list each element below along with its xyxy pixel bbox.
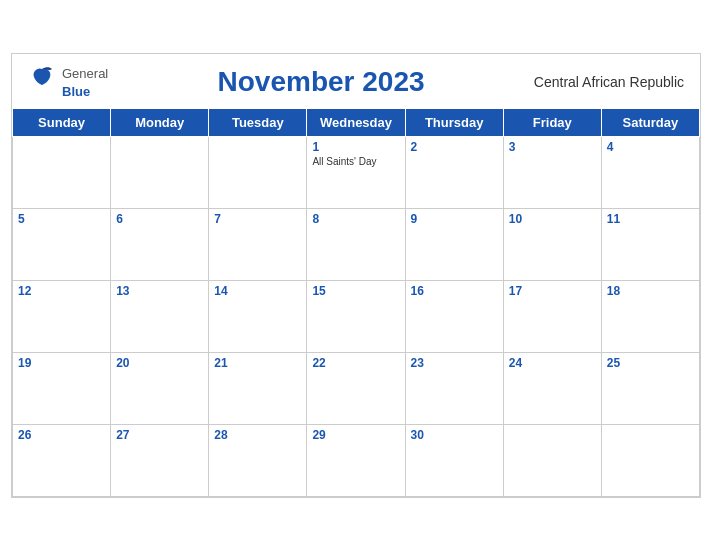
calendar-cell: 19 — [13, 352, 111, 424]
day-number: 15 — [312, 284, 399, 298]
calendar-cell: 11 — [601, 208, 699, 280]
day-number: 12 — [18, 284, 105, 298]
calendar-cell: 23 — [405, 352, 503, 424]
day-number: 14 — [214, 284, 301, 298]
logo-text: General Blue — [62, 64, 108, 100]
calendar-cell: 15 — [307, 280, 405, 352]
day-number: 18 — [607, 284, 694, 298]
calendar-cell: 30 — [405, 424, 503, 496]
calendar-cell: 10 — [503, 208, 601, 280]
calendar-cell: 7 — [209, 208, 307, 280]
calendar-table: Sunday Monday Tuesday Wednesday Thursday… — [12, 108, 700, 497]
calendar-cell: 6 — [111, 208, 209, 280]
calendar-cell: 16 — [405, 280, 503, 352]
calendar-container: General Blue November 2023 Central Afric… — [11, 53, 701, 498]
day-number: 3 — [509, 140, 596, 154]
day-number: 2 — [411, 140, 498, 154]
day-number: 23 — [411, 356, 498, 370]
calendar-week-row: 19202122232425 — [13, 352, 700, 424]
day-number: 7 — [214, 212, 301, 226]
month-title: November 2023 — [108, 66, 534, 98]
day-number: 19 — [18, 356, 105, 370]
calendar-week-row: 567891011 — [13, 208, 700, 280]
header-tuesday: Tuesday — [209, 108, 307, 136]
day-number: 1 — [312, 140, 399, 154]
calendar-cell: 17 — [503, 280, 601, 352]
day-number: 10 — [509, 212, 596, 226]
day-number: 11 — [607, 212, 694, 226]
calendar-cell: 24 — [503, 352, 601, 424]
day-number: 25 — [607, 356, 694, 370]
day-number: 21 — [214, 356, 301, 370]
calendar-cell — [209, 136, 307, 208]
day-number: 24 — [509, 356, 596, 370]
day-number: 29 — [312, 428, 399, 442]
calendar-cell: 9 — [405, 208, 503, 280]
header-saturday: Saturday — [601, 108, 699, 136]
day-number: 4 — [607, 140, 694, 154]
calendar-cell: 12 — [13, 280, 111, 352]
calendar-week-row: 1All Saints' Day234 — [13, 136, 700, 208]
logo-area: General Blue — [28, 64, 108, 100]
calendar-cell: 20 — [111, 352, 209, 424]
header-monday: Monday — [111, 108, 209, 136]
header-thursday: Thursday — [405, 108, 503, 136]
header-friday: Friday — [503, 108, 601, 136]
weekday-header-row: Sunday Monday Tuesday Wednesday Thursday… — [13, 108, 700, 136]
day-number: 6 — [116, 212, 203, 226]
calendar-cell: 8 — [307, 208, 405, 280]
header-wednesday: Wednesday — [307, 108, 405, 136]
calendar-cell: 18 — [601, 280, 699, 352]
calendar-cell: 25 — [601, 352, 699, 424]
calendar-cell — [503, 424, 601, 496]
day-number: 13 — [116, 284, 203, 298]
calendar-cell: 28 — [209, 424, 307, 496]
day-number: 26 — [18, 428, 105, 442]
calendar-cell: 4 — [601, 136, 699, 208]
calendar-header: General Blue November 2023 Central Afric… — [12, 54, 700, 108]
calendar-week-row: 2627282930 — [13, 424, 700, 496]
calendar-cell: 1All Saints' Day — [307, 136, 405, 208]
day-number: 8 — [312, 212, 399, 226]
calendar-cell: 22 — [307, 352, 405, 424]
day-number: 27 — [116, 428, 203, 442]
calendar-cell: 3 — [503, 136, 601, 208]
day-number: 17 — [509, 284, 596, 298]
calendar-cell — [111, 136, 209, 208]
calendar-cell: 5 — [13, 208, 111, 280]
day-number: 30 — [411, 428, 498, 442]
calendar-cell — [601, 424, 699, 496]
day-number: 9 — [411, 212, 498, 226]
calendar-cell: 2 — [405, 136, 503, 208]
calendar-cell: 14 — [209, 280, 307, 352]
calendar-cell: 27 — [111, 424, 209, 496]
calendar-cell: 29 — [307, 424, 405, 496]
header-sunday: Sunday — [13, 108, 111, 136]
day-number: 28 — [214, 428, 301, 442]
day-number: 16 — [411, 284, 498, 298]
calendar-week-row: 12131415161718 — [13, 280, 700, 352]
event-label: All Saints' Day — [312, 156, 399, 167]
country-name: Central African Republic — [534, 74, 684, 90]
calendar-cell: 21 — [209, 352, 307, 424]
calendar-cell: 13 — [111, 280, 209, 352]
calendar-cell: 26 — [13, 424, 111, 496]
day-number: 5 — [18, 212, 105, 226]
calendar-cell — [13, 136, 111, 208]
logo-bird — [28, 65, 56, 99]
day-number: 20 — [116, 356, 203, 370]
day-number: 22 — [312, 356, 399, 370]
